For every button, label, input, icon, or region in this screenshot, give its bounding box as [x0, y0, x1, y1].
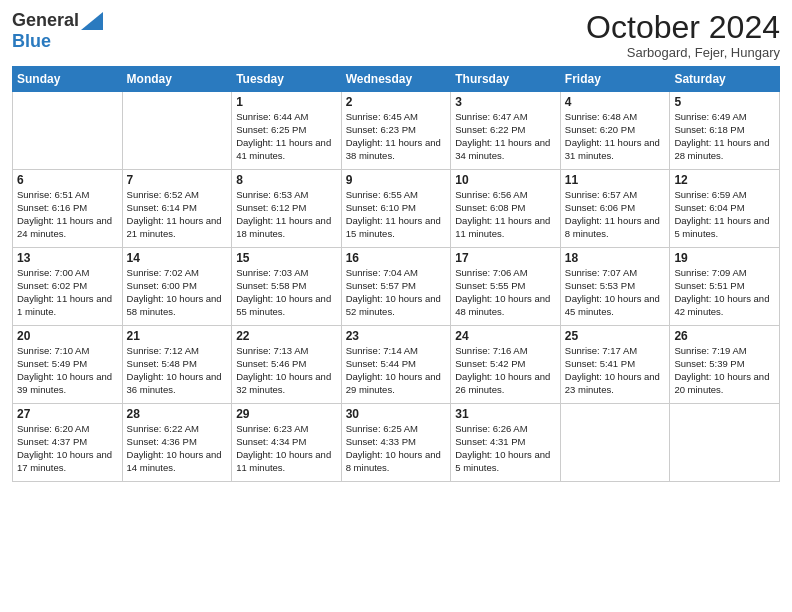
day-number: 1	[236, 95, 337, 109]
day-number: 22	[236, 329, 337, 343]
day-info: Sunrise: 6:56 AM Sunset: 6:08 PM Dayligh…	[455, 189, 556, 240]
day-number: 8	[236, 173, 337, 187]
calendar-cell: 6Sunrise: 6:51 AM Sunset: 6:16 PM Daylig…	[13, 170, 123, 248]
day-number: 19	[674, 251, 775, 265]
day-info: Sunrise: 6:22 AM Sunset: 4:36 PM Dayligh…	[127, 423, 228, 474]
day-info: Sunrise: 6:57 AM Sunset: 6:06 PM Dayligh…	[565, 189, 666, 240]
col-thursday: Thursday	[451, 67, 561, 92]
calendar-cell: 14Sunrise: 7:02 AM Sunset: 6:00 PM Dayli…	[122, 248, 232, 326]
day-number: 18	[565, 251, 666, 265]
calendar-week-row: 20Sunrise: 7:10 AM Sunset: 5:49 PM Dayli…	[13, 326, 780, 404]
calendar-cell: 7Sunrise: 6:52 AM Sunset: 6:14 PM Daylig…	[122, 170, 232, 248]
calendar-cell: 30Sunrise: 6:25 AM Sunset: 4:33 PM Dayli…	[341, 404, 451, 482]
day-number: 31	[455, 407, 556, 421]
day-number: 24	[455, 329, 556, 343]
calendar-cell: 24Sunrise: 7:16 AM Sunset: 5:42 PM Dayli…	[451, 326, 561, 404]
calendar-cell: 1Sunrise: 6:44 AM Sunset: 6:25 PM Daylig…	[232, 92, 342, 170]
calendar-cell: 11Sunrise: 6:57 AM Sunset: 6:06 PM Dayli…	[560, 170, 670, 248]
calendar-cell: 21Sunrise: 7:12 AM Sunset: 5:48 PM Dayli…	[122, 326, 232, 404]
day-info: Sunrise: 6:53 AM Sunset: 6:12 PM Dayligh…	[236, 189, 337, 240]
calendar-cell: 4Sunrise: 6:48 AM Sunset: 6:20 PM Daylig…	[560, 92, 670, 170]
day-info: Sunrise: 7:02 AM Sunset: 6:00 PM Dayligh…	[127, 267, 228, 318]
calendar-cell: 16Sunrise: 7:04 AM Sunset: 5:57 PM Dayli…	[341, 248, 451, 326]
day-info: Sunrise: 6:52 AM Sunset: 6:14 PM Dayligh…	[127, 189, 228, 240]
title-area: October 2024 Sarbogard, Fejer, Hungary	[586, 10, 780, 60]
calendar-cell: 17Sunrise: 7:06 AM Sunset: 5:55 PM Dayli…	[451, 248, 561, 326]
day-info: Sunrise: 6:51 AM Sunset: 6:16 PM Dayligh…	[17, 189, 118, 240]
day-number: 7	[127, 173, 228, 187]
calendar-cell: 29Sunrise: 6:23 AM Sunset: 4:34 PM Dayli…	[232, 404, 342, 482]
day-info: Sunrise: 7:07 AM Sunset: 5:53 PM Dayligh…	[565, 267, 666, 318]
calendar-cell	[122, 92, 232, 170]
calendar-cell: 12Sunrise: 6:59 AM Sunset: 6:04 PM Dayli…	[670, 170, 780, 248]
logo: General Blue	[12, 10, 103, 52]
day-info: Sunrise: 6:48 AM Sunset: 6:20 PM Dayligh…	[565, 111, 666, 162]
col-saturday: Saturday	[670, 67, 780, 92]
day-info: Sunrise: 6:23 AM Sunset: 4:34 PM Dayligh…	[236, 423, 337, 474]
day-number: 13	[17, 251, 118, 265]
day-number: 16	[346, 251, 447, 265]
day-number: 6	[17, 173, 118, 187]
day-number: 29	[236, 407, 337, 421]
day-info: Sunrise: 7:17 AM Sunset: 5:41 PM Dayligh…	[565, 345, 666, 396]
day-info: Sunrise: 6:49 AM Sunset: 6:18 PM Dayligh…	[674, 111, 775, 162]
col-monday: Monday	[122, 67, 232, 92]
calendar-cell: 26Sunrise: 7:19 AM Sunset: 5:39 PM Dayli…	[670, 326, 780, 404]
day-info: Sunrise: 7:04 AM Sunset: 5:57 PM Dayligh…	[346, 267, 447, 318]
day-info: Sunrise: 6:26 AM Sunset: 4:31 PM Dayligh…	[455, 423, 556, 474]
day-number: 2	[346, 95, 447, 109]
day-info: Sunrise: 7:06 AM Sunset: 5:55 PM Dayligh…	[455, 267, 556, 318]
day-number: 3	[455, 95, 556, 109]
day-info: Sunrise: 7:16 AM Sunset: 5:42 PM Dayligh…	[455, 345, 556, 396]
day-number: 28	[127, 407, 228, 421]
day-info: Sunrise: 7:14 AM Sunset: 5:44 PM Dayligh…	[346, 345, 447, 396]
calendar-cell: 15Sunrise: 7:03 AM Sunset: 5:58 PM Dayli…	[232, 248, 342, 326]
month-title: October 2024	[586, 10, 780, 45]
logo-general-text: General	[12, 10, 79, 31]
calendar-cell: 8Sunrise: 6:53 AM Sunset: 6:12 PM Daylig…	[232, 170, 342, 248]
calendar-week-row: 27Sunrise: 6:20 AM Sunset: 4:37 PM Dayli…	[13, 404, 780, 482]
logo-blue-text: Blue	[12, 31, 51, 52]
calendar-cell: 20Sunrise: 7:10 AM Sunset: 5:49 PM Dayli…	[13, 326, 123, 404]
day-number: 15	[236, 251, 337, 265]
day-info: Sunrise: 7:10 AM Sunset: 5:49 PM Dayligh…	[17, 345, 118, 396]
day-number: 26	[674, 329, 775, 343]
day-info: Sunrise: 6:20 AM Sunset: 4:37 PM Dayligh…	[17, 423, 118, 474]
header: General Blue October 2024 Sarbogard, Fej…	[12, 10, 780, 60]
day-info: Sunrise: 7:03 AM Sunset: 5:58 PM Dayligh…	[236, 267, 337, 318]
day-number: 4	[565, 95, 666, 109]
day-number: 5	[674, 95, 775, 109]
day-info: Sunrise: 6:47 AM Sunset: 6:22 PM Dayligh…	[455, 111, 556, 162]
calendar-cell: 31Sunrise: 6:26 AM Sunset: 4:31 PM Dayli…	[451, 404, 561, 482]
day-info: Sunrise: 7:00 AM Sunset: 6:02 PM Dayligh…	[17, 267, 118, 318]
subtitle: Sarbogard, Fejer, Hungary	[586, 45, 780, 60]
day-number: 12	[674, 173, 775, 187]
calendar-cell	[560, 404, 670, 482]
day-info: Sunrise: 7:12 AM Sunset: 5:48 PM Dayligh…	[127, 345, 228, 396]
logo-icon	[81, 12, 103, 30]
calendar-cell	[670, 404, 780, 482]
day-number: 10	[455, 173, 556, 187]
calendar-cell: 27Sunrise: 6:20 AM Sunset: 4:37 PM Dayli…	[13, 404, 123, 482]
col-sunday: Sunday	[13, 67, 123, 92]
calendar-cell: 18Sunrise: 7:07 AM Sunset: 5:53 PM Dayli…	[560, 248, 670, 326]
day-number: 14	[127, 251, 228, 265]
col-wednesday: Wednesday	[341, 67, 451, 92]
day-number: 11	[565, 173, 666, 187]
day-info: Sunrise: 7:19 AM Sunset: 5:39 PM Dayligh…	[674, 345, 775, 396]
day-number: 23	[346, 329, 447, 343]
day-number: 17	[455, 251, 556, 265]
day-info: Sunrise: 6:45 AM Sunset: 6:23 PM Dayligh…	[346, 111, 447, 162]
day-number: 21	[127, 329, 228, 343]
calendar-week-row: 6Sunrise: 6:51 AM Sunset: 6:16 PM Daylig…	[13, 170, 780, 248]
day-info: Sunrise: 7:09 AM Sunset: 5:51 PM Dayligh…	[674, 267, 775, 318]
day-info: Sunrise: 6:55 AM Sunset: 6:10 PM Dayligh…	[346, 189, 447, 240]
calendar-table: Sunday Monday Tuesday Wednesday Thursday…	[12, 66, 780, 482]
col-friday: Friday	[560, 67, 670, 92]
calendar-cell: 28Sunrise: 6:22 AM Sunset: 4:36 PM Dayli…	[122, 404, 232, 482]
calendar-cell: 23Sunrise: 7:14 AM Sunset: 5:44 PM Dayli…	[341, 326, 451, 404]
day-number: 25	[565, 329, 666, 343]
day-number: 27	[17, 407, 118, 421]
day-info: Sunrise: 6:59 AM Sunset: 6:04 PM Dayligh…	[674, 189, 775, 240]
calendar-week-row: 1Sunrise: 6:44 AM Sunset: 6:25 PM Daylig…	[13, 92, 780, 170]
